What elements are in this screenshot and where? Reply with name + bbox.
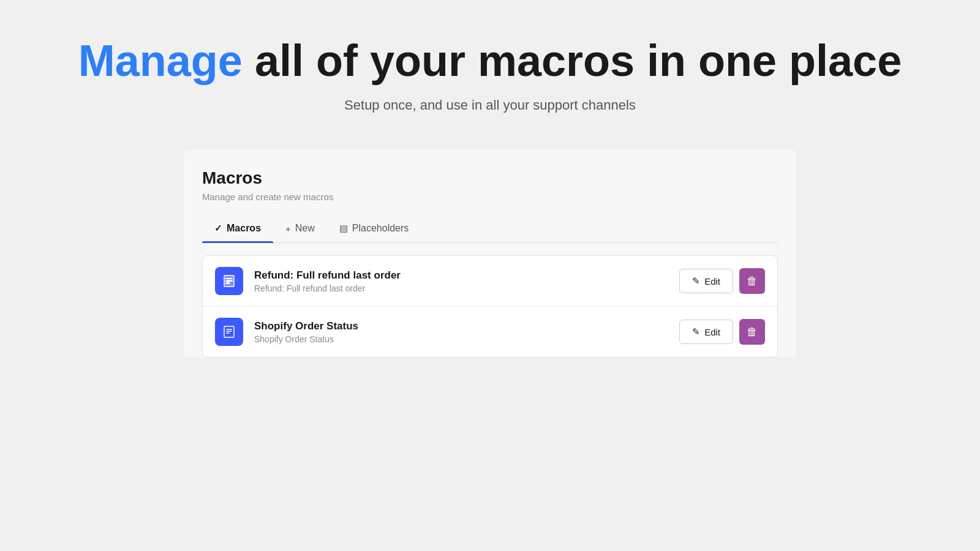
tab-macros-label: Macros [227,223,261,234]
edit-label-1: Edit [704,276,720,287]
edit-button-1[interactable]: ✎ Edit [679,269,733,293]
macros-panel: Macros Manage and create new macros ✓ Ma… [184,150,796,358]
check-icon: ✓ [214,223,222,234]
macro-item-1: Refund: Full refund last order Refund: F… [203,256,777,307]
macro-info-1: Refund: Full refund last order Refund: F… [254,269,679,293]
panel-subtitle: Manage and create new macros [202,192,778,202]
macro-icon-1 [215,267,243,295]
hero-subtitle: Setup once, and use in all your support … [78,97,902,113]
tab-new[interactable]: + New [273,214,327,242]
macros-list: Refund: Full refund last order Refund: F… [202,255,778,358]
macro-icon-2 [215,318,243,346]
edit-icon-2: ✎ [692,326,700,337]
hero-title-highlight: Manage [78,36,243,85]
tab-placeholders-label: Placeholders [352,223,409,234]
page-container: Manage all of your macros in one place S… [0,0,980,551]
document-icon-2 [222,324,236,339]
tab-new-label: New [295,223,315,234]
edit-label-2: Edit [704,327,720,337]
macro-actions-2: ✎ Edit 🗑 [679,319,765,345]
macro-desc-2: Shopify Order Status [254,334,679,344]
delete-button-2[interactable]: 🗑 [739,319,765,345]
tab-placeholders[interactable]: ▤ Placeholders [327,214,421,242]
tab-macros[interactable]: ✓ Macros [202,214,273,242]
macro-info-2: Shopify Order Status Shopify Order Statu… [254,320,679,344]
macro-item-2: Shopify Order Status Shopify Order Statu… [203,307,777,357]
tabs-container: ✓ Macros + New ▤ Placeholders [202,214,778,243]
trash-icon-2: 🗑 [747,326,758,339]
edit-icon-1: ✎ [692,276,700,287]
hero-title-rest: all of your macros in one place [243,36,902,85]
edit-button-2[interactable]: ✎ Edit [679,320,733,344]
delete-button-1[interactable]: 🗑 [739,268,765,294]
macro-name-1: Refund: Full refund last order [254,269,679,282]
macro-desc-1: Refund: Full refund last order [254,283,679,293]
macro-name-2: Shopify Order Status [254,320,679,332]
list-icon: ▤ [339,223,348,234]
trash-icon-1: 🗑 [747,275,758,288]
panel-title: Macros [202,168,778,188]
document-icon-1 [222,274,236,288]
hero-section: Manage all of your macros in one place S… [78,37,902,113]
plus-icon: + [285,223,291,234]
macro-actions-1: ✎ Edit 🗑 [679,268,765,294]
hero-title: Manage all of your macros in one place [78,37,902,85]
